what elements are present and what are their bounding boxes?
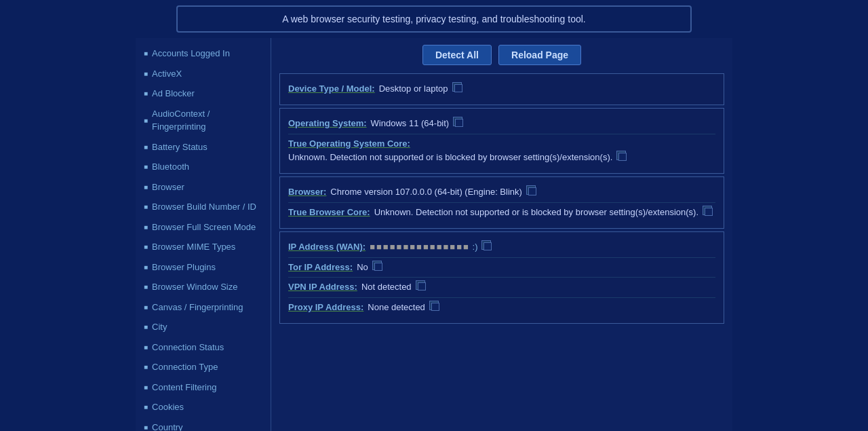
- info-row: Browser:Chrome version 107.0.0.0 (64-bit…: [288, 183, 715, 203]
- sidebar-item-canvas---fingerprinting[interactable]: ■Canvas / Fingerprinting: [136, 297, 271, 318]
- detect-all-button[interactable]: Detect All: [422, 45, 492, 65]
- reload-page-button[interactable]: Reload Page: [498, 45, 581, 65]
- sidebar-item-label: Ad Blocker: [152, 87, 195, 100]
- info-label: True Browser Core:: [288, 206, 370, 220]
- sidebar-item-label: Canvas / Fingerprinting: [152, 301, 243, 314]
- copy-icon[interactable]: [416, 280, 425, 290]
- sidebar-item-browser-plugins[interactable]: ■Browser Plugins: [136, 257, 271, 278]
- info-row: Device Type / Model:Desktop or laptop: [288, 79, 715, 99]
- sidebar-item-label: Cookies: [152, 400, 184, 414]
- info-row: VPN IP Address:Not detected: [288, 278, 715, 298]
- sidebar-bullet: ■: [144, 115, 148, 126]
- sidebar-bullet: ■: [144, 242, 148, 252]
- sidebar-item-connection-status[interactable]: ■Connection Status: [136, 337, 271, 358]
- info-panel-0: Device Type / Model:Desktop or laptop: [279, 73, 724, 105]
- sidebar-bullet: ■: [144, 302, 148, 312]
- info-label: IP Address (WAN):: [288, 240, 366, 255]
- info-row: True Browser Core:Unknown. Detection not…: [288, 203, 715, 223]
- sidebar-bullet: ■: [144, 202, 148, 212]
- sidebar-bullet: ■: [144, 422, 148, 431]
- sidebar-bullet: ■: [144, 48, 148, 58]
- panels-container: Device Type / Model:Desktop or laptopOpe…: [279, 73, 724, 324]
- sidebar-bullet: ■: [144, 342, 148, 352]
- copy-icon[interactable]: [372, 261, 382, 270]
- sidebar-item-label: Connection Status: [152, 341, 224, 354]
- info-label: Proxy IP Address:: [288, 301, 363, 315]
- sidebar-item-content-filtering[interactable]: ■Content Filtering: [136, 377, 271, 398]
- sidebar: ■Accounts Logged In■ActiveX■Ad Blocker■A…: [136, 38, 271, 431]
- sidebar-item-browser-full-screen-mode[interactable]: ■Browser Full Screen Mode: [136, 217, 271, 238]
- info-label: Tor IP Address:: [288, 261, 353, 275]
- copy-icon[interactable]: [429, 301, 439, 310]
- copy-icon[interactable]: [616, 151, 626, 160]
- copy-icon[interactable]: [481, 240, 491, 250]
- sidebar-bullet: ■: [144, 142, 148, 152]
- banner-text: A web browser security testing, privacy …: [282, 14, 585, 24]
- sidebar-item-connection-type[interactable]: ■Connection Type: [136, 357, 271, 377]
- sidebar-item-accounts-logged-in[interactable]: ■Accounts Logged In: [136, 43, 271, 64]
- info-value: Windows 11 (64-bit): [371, 117, 450, 131]
- info-label: Browser:: [288, 185, 326, 200]
- info-panel-3: IP Address (WAN):■■■■■■■■■■■■■■■ :)Tor I…: [279, 231, 724, 324]
- sidebar-bullet: ■: [144, 182, 148, 192]
- info-value: None detected: [368, 301, 425, 315]
- sidebar-item-label: AudioContext / Fingerprinting: [152, 107, 265, 134]
- sidebar-item-country[interactable]: ■Country: [136, 417, 271, 432]
- copy-icon[interactable]: [703, 206, 712, 215]
- copy-icon[interactable]: [452, 82, 462, 92]
- main-content: Detect All Reload Page Device Type / Mod…: [271, 38, 732, 431]
- sidebar-item-label: Connection Type: [152, 360, 218, 374]
- info-value: Chrome version 107.0.0.0 (64-bit) (Engin…: [330, 185, 522, 200]
- sidebar-item-cookies[interactable]: ■Cookies: [136, 397, 271, 417]
- ip-suffix: :): [470, 242, 478, 252]
- info-label: VPN IP Address:: [288, 280, 357, 295]
- sidebar-item-label: Browser Plugins: [152, 261, 216, 274]
- sidebar-bullet: ■: [144, 222, 148, 232]
- sidebar-bullet: ■: [144, 322, 148, 332]
- info-value: Unknown. Detection not supported or is b…: [374, 206, 698, 220]
- sidebar-item-browser-window-size[interactable]: ■Browser Window Size: [136, 277, 271, 297]
- sidebar-item-label: City: [152, 320, 167, 334]
- info-value: Desktop or laptop: [379, 82, 448, 96]
- copy-icon[interactable]: [526, 185, 536, 195]
- sidebar-item-audiocontext---fingerprinting[interactable]: ■AudioContext / Fingerprinting: [136, 104, 271, 137]
- sidebar-bullet: ■: [144, 382, 148, 392]
- sidebar-item-ad-blocker[interactable]: ■Ad Blocker: [136, 83, 271, 104]
- info-label: Device Type / Model:: [288, 82, 375, 96]
- sidebar-item-bluetooth[interactable]: ■Bluetooth: [136, 157, 271, 177]
- info-panel-1: Operating System:Windows 11 (64-bit)True…: [279, 108, 724, 174]
- top-banner: A web browser security testing, privacy …: [176, 5, 692, 33]
- toolbar: Detect All Reload Page: [279, 45, 724, 65]
- sidebar-bullet: ■: [144, 88, 148, 98]
- sidebar-item-browser-build-number---id[interactable]: ■Browser Build Number / ID: [136, 197, 271, 217]
- sidebar-item-battery-status[interactable]: ■Battery Status: [136, 137, 271, 157]
- info-row: True Operating System Core:Unknown. Dete…: [288, 134, 715, 168]
- copy-icon[interactable]: [453, 117, 462, 126]
- sidebar-item-label: Country: [152, 421, 183, 432]
- ip-hidden: ■■■■■■■■■■■■■■■: [370, 242, 470, 252]
- sidebar-bullet: ■: [144, 69, 148, 79]
- info-label: True Operating System Core:: [288, 137, 410, 151]
- info-row: Operating System:Windows 11 (64-bit): [288, 114, 715, 134]
- sidebar-item-browser-mime-types[interactable]: ■Browser MIME Types: [136, 237, 271, 257]
- sidebar-item-label: Content Filtering: [152, 381, 216, 394]
- sidebar-item-label: Browser Build Number / ID: [152, 200, 256, 214]
- info-row: Tor IP Address:No: [288, 258, 715, 278]
- sidebar-bullet: ■: [144, 162, 148, 172]
- sidebar-item-label: Bluetooth: [152, 160, 189, 174]
- sidebar-item-label: Browser Window Size: [152, 280, 237, 294]
- sidebar-item-label: Browser MIME Types: [152, 240, 235, 254]
- sidebar-item-label: Battery Status: [152, 140, 208, 154]
- sidebar-item-label: ActiveX: [152, 67, 182, 81]
- info-value: No: [357, 261, 368, 275]
- sidebar-item-label: Browser: [152, 181, 184, 194]
- main-layout: ■Accounts Logged In■ActiveX■Ad Blocker■A…: [136, 38, 732, 431]
- sidebar-item-label: Browser Full Screen Mode: [152, 221, 256, 234]
- sidebar-item-city[interactable]: ■City: [136, 317, 271, 337]
- sidebar-bullet: ■: [144, 282, 148, 292]
- sidebar-item-activex[interactable]: ■ActiveX: [136, 64, 271, 84]
- sidebar-item-browser[interactable]: ■Browser: [136, 177, 271, 198]
- sidebar-item-label: Accounts Logged In: [152, 47, 230, 60]
- info-value: Unknown. Detection not supported or is b…: [288, 151, 612, 165]
- info-row: Proxy IP Address:None detected: [288, 298, 715, 318]
